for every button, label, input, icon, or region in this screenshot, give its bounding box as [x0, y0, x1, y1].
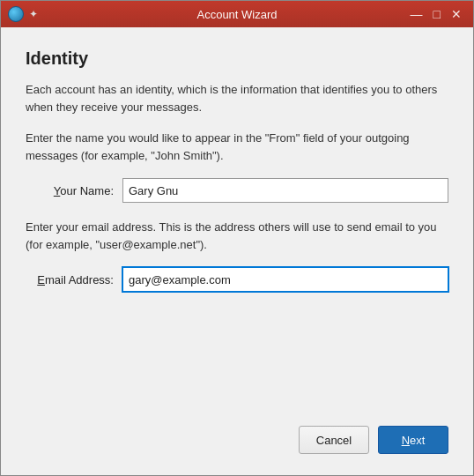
- app-icon: [8, 6, 24, 22]
- next-button-rest: ext: [410, 434, 425, 447]
- account-wizard-window: ✦ Account Wizard — □ ✕ Identity Each acc…: [0, 0, 474, 476]
- close-button[interactable]: ✕: [447, 6, 466, 22]
- name-label-rest: our Name:: [60, 184, 114, 197]
- spacer: [26, 308, 448, 419]
- email-field-row: Email Address:: [26, 267, 448, 292]
- email-input[interactable]: [122, 267, 448, 292]
- maximize-button[interactable]: □: [429, 6, 445, 22]
- button-row: Cancel Next: [26, 419, 448, 457]
- next-button[interactable]: Next: [378, 426, 448, 454]
- name-field-row: Your Name:: [26, 178, 448, 203]
- email-label: Email Address:: [26, 273, 122, 286]
- window-title: Account Wizard: [196, 8, 277, 21]
- next-button-underline: N: [402, 434, 410, 447]
- titlebar-left: ✦: [8, 6, 38, 22]
- titlebar: ✦ Account Wizard — □ ✕: [1, 1, 473, 27]
- main-content: Identity Each account has an identity, w…: [1, 27, 473, 475]
- section-title: Identity: [26, 48, 448, 69]
- email-label-underline: E: [37, 273, 45, 286]
- description-identity: Each account has an identity, which is t…: [26, 81, 448, 115]
- cancel-button[interactable]: Cancel: [299, 426, 369, 454]
- titlebar-controls: — □ ✕: [406, 6, 466, 22]
- pin-icon: ✦: [29, 8, 38, 20]
- minimize-button[interactable]: —: [406, 6, 427, 22]
- description-email-field: Enter your email address. This is the ad…: [26, 219, 448, 253]
- name-label: Your Name:: [26, 184, 122, 197]
- name-input[interactable]: [122, 178, 448, 203]
- description-name-field: Enter the name you would like to appear …: [26, 130, 448, 164]
- email-label-rest: mail Address:: [45, 273, 114, 286]
